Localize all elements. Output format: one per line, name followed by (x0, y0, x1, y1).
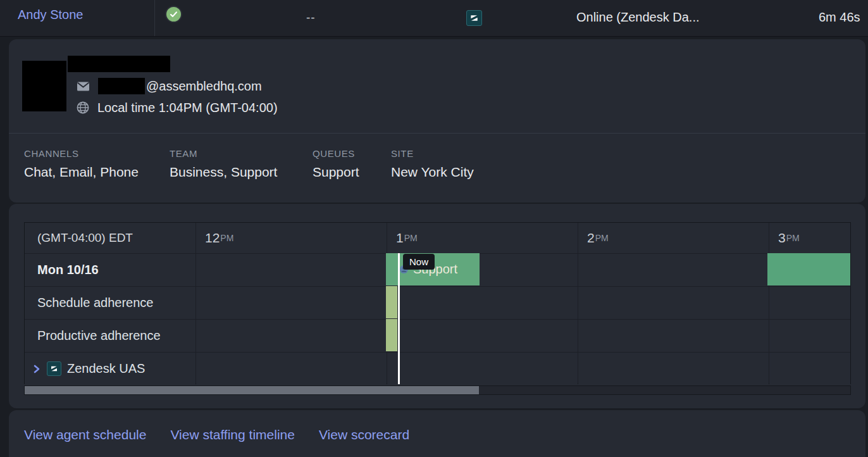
agent-row-topbar: Andy Stone -- Online (Zendesk Da... 6m 4… (0, 0, 868, 37)
now-tooltip: Now (403, 254, 435, 270)
section-divider (9, 133, 865, 134)
local-time-text: Local time 1:04PM (GMT-04:00) (97, 101, 278, 115)
integration-label: Zendesk UAS (67, 361, 145, 376)
local-time-row: Local time 1:04PM (GMT-04:00) (77, 99, 278, 116)
timeline-cell[interactable] (196, 353, 387, 385)
status-check-icon (165, 6, 182, 23)
field-label: SITE (391, 148, 474, 159)
column-divider (154, 0, 155, 36)
hour-header-2pm: 2PM (578, 223, 769, 253)
zendesk-icon (47, 361, 61, 376)
email-row: @assembledhq.com (77, 77, 262, 95)
schedule-event-later[interactable] (767, 253, 850, 285)
email-domain: @assembledhq.com (146, 79, 262, 94)
field-value: Support (313, 165, 359, 180)
timeline-cell[interactable] (578, 287, 769, 319)
timeline-cell[interactable] (387, 320, 578, 352)
field-label: QUEUES (313, 148, 359, 159)
hour-header-3pm: 3PM (769, 223, 850, 253)
field-value: Chat, Email, Phone (24, 165, 139, 180)
field-queues: QUEUES Support (313, 148, 359, 180)
field-value: Business, Support (170, 165, 277, 180)
globe-icon (77, 101, 89, 114)
metric-empty-value: -- (306, 11, 316, 25)
field-channels: CHANNELS Chat, Email, Phone (24, 148, 139, 180)
timeline-cell[interactable] (196, 320, 387, 352)
zendesk-channel-icon (466, 10, 482, 26)
footer-links: View agent schedule View staffing timeli… (24, 427, 409, 442)
agent-name-link[interactable]: Andy Stone (18, 8, 83, 22)
timeline-cell[interactable] (196, 287, 387, 319)
timeline-cell[interactable] (387, 287, 578, 319)
timeline-cell[interactable] (196, 254, 387, 286)
schedule-card: (GMT-04:00) EDT 12PM 1PM 2PM 3PM Mon 10/… (9, 204, 865, 408)
timezone-header-cell: (GMT-04:00) EDT (25, 223, 195, 253)
field-label: CHANNELS (24, 148, 139, 159)
row-label-schedule-adherence: Schedule adherence (25, 287, 195, 319)
timeline-cell[interactable] (769, 287, 850, 319)
presence-status-text: Online (Zendesk Da... (576, 10, 700, 25)
timeline-cell[interactable] (387, 353, 578, 385)
timeline-cell[interactable] (578, 254, 769, 286)
avatar (22, 61, 66, 111)
timeline-cell[interactable] (578, 320, 769, 352)
timeline-cell[interactable] (769, 320, 850, 352)
view-scorecard-link[interactable]: View scorecard (319, 427, 409, 442)
view-agent-schedule-link[interactable]: View agent schedule (24, 427, 146, 442)
row-label-productive-adherence: Productive adherence (25, 320, 195, 352)
footer-actions-card: View agent schedule View staffing timeli… (9, 410, 865, 457)
email-user-redacted (98, 78, 145, 94)
row-label-day: Mon 10/16 (25, 254, 195, 286)
row-label-zendesk-uas: Zendesk UAS (25, 353, 195, 385)
agent-name-redacted (68, 56, 170, 72)
field-team: TEAM Business, Support (170, 148, 277, 180)
status-duration: 6m 46s (819, 10, 860, 25)
timeline-cell[interactable] (769, 353, 850, 385)
field-label: TEAM (170, 148, 277, 159)
horizontal-scrollbar[interactable] (24, 385, 851, 395)
email-icon (77, 81, 90, 92)
field-value: New York City (391, 165, 474, 180)
field-site: SITE New York City (391, 148, 474, 180)
scrollbar-thumb[interactable] (25, 386, 479, 394)
agent-profile-card: @assembledhq.com Local time 1:04PM (GMT-… (9, 39, 865, 203)
hour-header-12pm: 12PM (196, 223, 387, 253)
view-staffing-timeline-link[interactable]: View staffing timeline (170, 427, 295, 442)
hour-header-1pm: 1PM (387, 223, 578, 253)
timeline-cell[interactable] (578, 353, 769, 385)
expand-chevron-icon[interactable] (32, 365, 41, 373)
schedule-table: (GMT-04:00) EDT 12PM 1PM 2PM 3PM Mon 10/… (24, 222, 851, 384)
